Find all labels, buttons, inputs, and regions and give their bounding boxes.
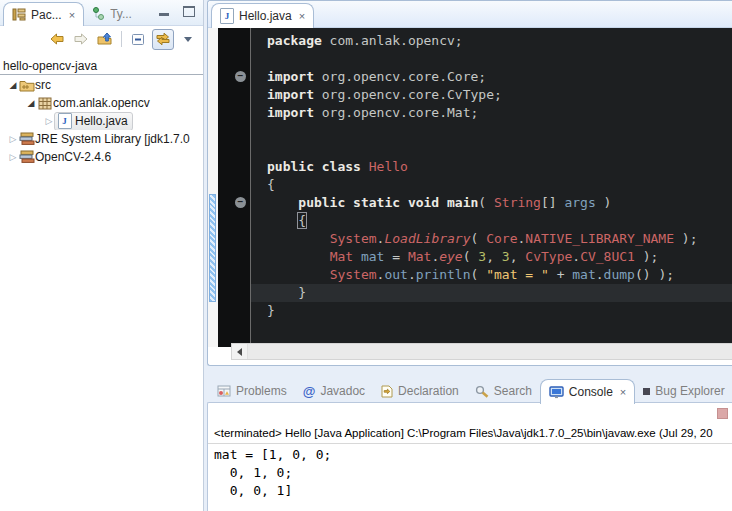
code-line[interactable]: System.LoadLibrary( Core.NATIVE_LIBRARY_… <box>267 230 732 248</box>
code-line[interactable]: package com.anlak.opencv; <box>267 32 732 50</box>
code-token: String <box>494 195 541 210</box>
java-file-icon: J <box>220 8 234 24</box>
code-line[interactable]: { <box>267 176 732 194</box>
link-with-editor-button[interactable] <box>152 29 174 50</box>
fold-collapse-icon[interactable]: − <box>235 197 246 208</box>
code-line-current[interactable]: } <box>251 284 732 302</box>
console-icon <box>549 386 564 399</box>
code-line[interactable] <box>267 50 732 68</box>
code-token: { <box>267 177 275 192</box>
code-line[interactable]: } <box>267 302 732 320</box>
tree-item-src[interactable]: ◢src <box>0 76 203 94</box>
editor-horizontal-scrollbar[interactable] <box>231 343 732 360</box>
tree-item-com-anlak-opencv[interactable]: ◢com.anlak.opencv <box>0 94 203 112</box>
collapsed-arrow-icon[interactable]: ▷ <box>8 134 18 144</box>
tab-label: Javadoc <box>320 384 365 398</box>
editor-tab-strip: JHello.java× <box>208 1 732 28</box>
code-line[interactable]: import org.opencv.core.Core; <box>267 68 732 86</box>
code-line[interactable]: public class Hello <box>267 158 732 176</box>
tab-pac[interactable]: Pac...× <box>3 2 84 26</box>
view-menu-button[interactable] <box>178 30 198 49</box>
tab-hello-java[interactable]: JHello.java× <box>211 3 314 28</box>
code-token: Mat <box>330 249 353 264</box>
code-token: 3 <box>502 249 510 264</box>
tree-item-label: src <box>35 78 51 92</box>
forward-icon <box>73 33 89 45</box>
package-folder-icon <box>18 77 35 93</box>
back-icon <box>49 33 65 45</box>
minimize-icon[interactable] <box>159 7 169 16</box>
scroll-left-arrow-icon[interactable] <box>232 344 248 359</box>
collapsed-arrow-icon[interactable]: ▷ <box>8 152 18 162</box>
code-line[interactable] <box>267 122 732 140</box>
code-line[interactable] <box>267 140 732 158</box>
terminate-icon[interactable] <box>717 408 728 419</box>
close-icon[interactable]: × <box>69 9 75 21</box>
expanded-arrow-icon[interactable]: ◢ <box>8 80 18 90</box>
code-line[interactable]: import org.opencv.core.Mat; <box>267 104 732 122</box>
code-token: System <box>330 231 377 246</box>
tree-item-project[interactable]: hello-opencv-java <box>0 57 203 75</box>
code-token: dump <box>604 267 635 282</box>
collapsed-arrow-icon[interactable]: ▷ <box>44 116 54 126</box>
tab-bug-explorer[interactable]: Bug Explorer <box>635 379 732 403</box>
selected-tree-item[interactable]: JHello.java <box>54 112 133 130</box>
fold-collapse-icon[interactable]: − <box>235 71 246 82</box>
code-token: public class <box>267 159 369 174</box>
tree-item-opencv-2-4-6[interactable]: ▷OpenCV-2.4.6 <box>0 148 203 166</box>
code-token: 3 <box>478 249 486 264</box>
code-token: Mat <box>408 249 431 264</box>
code-token: ( <box>471 231 487 246</box>
forward-button[interactable] <box>71 30 91 49</box>
tab-problems[interactable]: Problems <box>209 379 295 403</box>
expanded-arrow-icon[interactable]: ◢ <box>26 98 36 108</box>
code-token: "mat = " <box>486 267 549 282</box>
code-token: mat <box>361 249 384 264</box>
code-token: = <box>384 249 407 264</box>
matched-brace: { <box>298 213 306 228</box>
code-line[interactable]: Mat mat = Mat.eye( 3, 3, CvType.CV_8UC1 … <box>267 248 732 266</box>
method-range-indicator <box>209 194 216 302</box>
close-icon[interactable]: × <box>299 10 305 22</box>
code-token: org.opencv.core.Mat; <box>314 105 478 120</box>
back-button[interactable] <box>47 30 67 49</box>
collapse-all-icon <box>131 33 145 46</box>
console-output[interactable]: mat = [1, 0, 0; 0, 1, 0; 0, 0, 1] <box>214 446 732 500</box>
package-explorer-icon <box>12 8 26 21</box>
tab-label: Declaration <box>398 384 459 398</box>
code-editor[interactable]: package com.anlak.opencv;import org.open… <box>251 28 732 347</box>
console-output-line: mat = [1, 0, 0; <box>214 446 732 464</box>
tree-item-jre-system-library-jdk1-7-0[interactable]: ▷JRE System Library [jdk1.7.0 <box>0 130 203 148</box>
view-window-buttons <box>159 6 195 17</box>
console-separator <box>208 443 732 444</box>
code-token: import <box>267 105 314 120</box>
maximize-icon[interactable] <box>183 6 195 17</box>
annotation-gutter[interactable]: −− <box>218 28 251 347</box>
collapse-all-button[interactable] <box>128 30 148 49</box>
tab-label: Problems <box>236 384 287 398</box>
link-with-editor-icon <box>155 32 171 46</box>
code-line[interactable]: System.out.println( "mat = " + mat.dump(… <box>267 266 732 284</box>
tab-console[interactable]: Console× <box>540 379 635 404</box>
code-line[interactable]: public static void main( String[] args ) <box>267 194 732 212</box>
tab-declaration[interactable]: Declaration <box>373 379 467 403</box>
code-token: } <box>267 303 275 318</box>
code-token <box>267 249 330 264</box>
close-icon[interactable]: × <box>620 386 626 398</box>
tab-javadoc[interactable]: @Javadoc <box>295 379 373 403</box>
range-indicator-ruler[interactable] <box>208 28 218 347</box>
code-line[interactable]: import org.opencv.core.CvType; <box>267 86 732 104</box>
editor-body: −− package com.anlak.opencv;import org.o… <box>208 28 732 347</box>
tab-ty[interactable]: Ty... <box>84 2 140 25</box>
bug-icon <box>643 388 650 395</box>
code-token: , <box>486 249 502 264</box>
code-line[interactable]: { <box>267 212 732 230</box>
bottom-view-stack: Problems@JavadocDeclarationSearchConsole… <box>207 376 732 511</box>
tab-search[interactable]: Search <box>467 379 540 403</box>
tree-item-hello-java[interactable]: ▷JHello.java <box>0 112 203 130</box>
scrollbar-thumb[interactable] <box>248 344 732 359</box>
up-button[interactable] <box>95 30 115 49</box>
bottom-tab-strip: Problems@JavadocDeclarationSearchConsole… <box>207 376 732 403</box>
package-explorer-toolbar <box>0 26 203 52</box>
package-explorer-view: Pac...×Ty... hello-opencv-java ◢src◢com.… <box>0 0 204 511</box>
